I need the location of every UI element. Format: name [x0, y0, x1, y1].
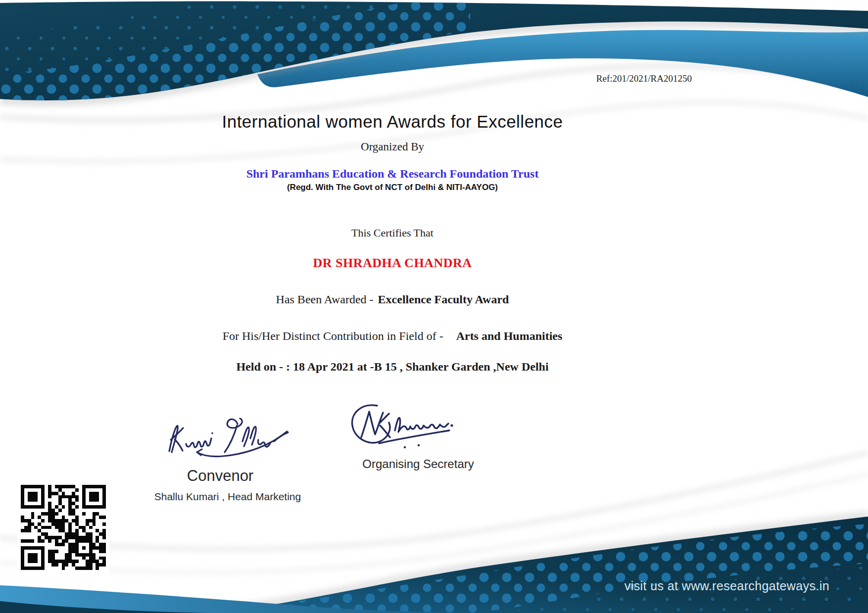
registration-note: (Regd. With The Govt of NCT of Delhi & N…: [0, 183, 785, 192]
event-details: Held on - : 18 Apr 2021 at -B 15 , Shank…: [0, 360, 785, 374]
award-name: Excellence Faculty Award: [378, 293, 509, 306]
recipient-name: DR SHRADHA CHANDRA: [0, 256, 785, 271]
reference-number: Ref:201/2021/RA201250: [596, 73, 692, 84]
convenor-label: Convenor: [124, 467, 317, 485]
convenor-name-title: Shallu Kumari , Head Marketing: [99, 491, 356, 503]
award-prefix: Has Been Awarded -: [276, 293, 374, 306]
footer-visit-url: visit us at www.researchgateways.in: [625, 579, 829, 593]
certifies-label: This Certifies That: [0, 227, 785, 239]
organising-secretary-label: Organising Secretary: [319, 457, 517, 471]
certificate-page: Ref:201/2021/RA201250 International wome…: [0, 0, 868, 613]
field-name: Arts and Humanities: [456, 330, 563, 342]
award-line: Has Been Awarded -Excellence Faculty Awa…: [0, 293, 785, 306]
field-prefix: For His/Her Distinct Contribution in Fie…: [223, 330, 443, 342]
qr-code-icon: [17, 481, 109, 573]
organising-secretary-signature: [346, 401, 474, 451]
organized-by-label: Organized By: [0, 141, 785, 153]
organization-name: Shri Paramhans Education & Research Foun…: [0, 167, 785, 181]
field-line: For His/Her Distinct Contribution in Fie…: [0, 330, 785, 343]
convenor-signature: [163, 413, 302, 466]
certificate-title: International women Awards for Excellenc…: [0, 112, 785, 132]
